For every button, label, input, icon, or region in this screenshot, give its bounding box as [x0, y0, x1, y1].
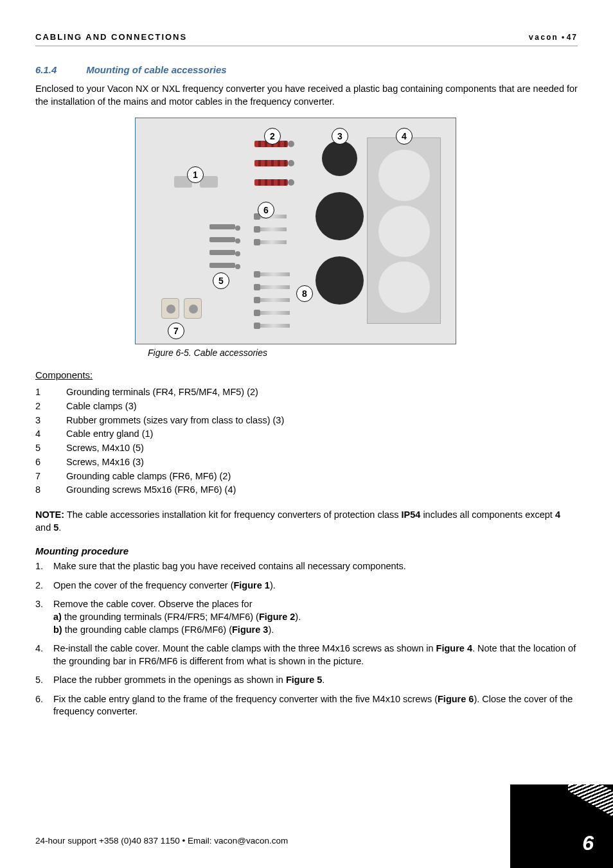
note-paragraph: NOTE: The cable accessories installation… — [35, 509, 578, 534]
callout-4: 4 — [396, 128, 413, 145]
procedure-list: 1.Make sure that the plastic bag you hav… — [35, 560, 578, 718]
figure-ref: Figure 2 — [259, 612, 295, 622]
intro-paragraph: Enclosed to your Vacon NX or NXL frequen… — [35, 83, 578, 108]
item-text: Grounding terminals (FR4, FR5/MF4, MF5) … — [66, 387, 258, 397]
step-text-b: ). — [270, 580, 276, 590]
list-item: 3Rubber grommets (sizes vary from class … — [35, 414, 578, 428]
step-num: 3. — [35, 598, 43, 611]
page-header: CABLING AND CONNECTIONS vacon • 47 — [35, 32, 578, 46]
sub-text: the grounding cable clamps (FR6/MF6) ( — [62, 624, 232, 635]
sub-end: ). — [295, 612, 301, 622]
item-num: 6 — [35, 456, 66, 470]
page-corner-graphic — [510, 784, 613, 868]
list-item: 7Grounding cable clamps (FR6, MF6) (2) — [35, 470, 578, 484]
list-item: 3.Remove the cable cover. Observe the pl… — [35, 598, 578, 636]
figure-ref: Figure 1 — [233, 580, 269, 590]
note-text-a: The cable accessories installation kit f… — [64, 509, 401, 520]
item-num: 7 — [35, 470, 66, 484]
callout-5: 5 — [213, 272, 229, 289]
list-item: 8Grounding screws M5x16 (FR6, MF6) (4) — [35, 483, 578, 497]
step-num: 4. — [35, 642, 43, 655]
page-number-top: 47 — [567, 33, 578, 42]
step-text-b: . — [322, 675, 324, 685]
rubber-grommet — [322, 141, 357, 176]
chapter-number: 6 — [582, 831, 594, 855]
note-bold-1: IP54 — [402, 509, 421, 520]
brand-name: vacon — [529, 33, 558, 42]
note-text-b: includes all components except — [420, 509, 555, 520]
item-num: 4 — [35, 427, 66, 441]
step-text: Fix the cable entry gland to the frame o… — [53, 694, 438, 704]
step-text: Open the cover of the frequency converte… — [53, 580, 233, 590]
figure-image: 1 2 3 4 5 6 7 8 — [135, 118, 456, 344]
procedure-heading: Mounting procedure — [35, 545, 578, 556]
plate-hole — [378, 150, 430, 201]
section-number: 6.1.4 — [35, 64, 84, 75]
list-item: 5Screws, M4x10 (5) — [35, 441, 578, 456]
plate-hole — [378, 261, 430, 313]
screw — [258, 240, 287, 244]
cable-entry-gland-plate — [367, 137, 441, 324]
item-text: Screws, M4x10 (5) — [66, 443, 144, 453]
callout-3: 3 — [332, 128, 348, 145]
list-item: 2.Open the cover of the frequency conver… — [35, 580, 578, 592]
step-text: Make sure that the plastic bag you have … — [53, 561, 406, 571]
item-text: Screws, M4x16 (3) — [66, 457, 144, 467]
screw — [258, 272, 290, 276]
components-heading: Components: — [35, 369, 578, 380]
step-num: 2. — [35, 580, 43, 592]
figure-caption: Figure 6-5. Cable accessories — [148, 348, 578, 358]
step-num: 6. — [35, 693, 43, 706]
figure-ref: Figure 5 — [286, 675, 322, 685]
section-heading: 6.1.4 Mounting of cable accessories — [35, 64, 578, 75]
grounding-cable-clamp — [161, 298, 179, 319]
note-label: NOTE: — [35, 509, 64, 520]
step-text: Place the rubber grommets in the opening… — [53, 675, 286, 685]
figure-block: 1 2 3 4 5 6 7 8 Figure 6-5. Cable access… — [35, 118, 578, 358]
corner-stripes-icon — [568, 784, 613, 817]
sub-end: ). — [268, 624, 274, 635]
note-text-c: and — [35, 522, 53, 533]
item-num: 5 — [35, 441, 66, 456]
small-clamp — [209, 263, 235, 268]
step-text: Re-install the cable cover. Mount the ca… — [53, 643, 436, 653]
list-item: 4Cable entry gland (1) — [35, 427, 578, 441]
list-item: 4.Re-install the cable cover. Mount the … — [35, 642, 578, 668]
screw — [258, 285, 290, 289]
grounding-cable-clamp — [184, 298, 202, 319]
section-title-text: Mounting of cable accessories — [86, 64, 226, 75]
note-text-d: . — [58, 522, 61, 533]
step-text: Remove the cable cover. Observe the plac… — [53, 599, 253, 609]
small-clamp — [209, 237, 235, 242]
substep-b: b) the grounding cable clamps (FR6/MF6) … — [53, 624, 578, 637]
list-item: 5.Place the rubber grommets in the openi… — [35, 674, 578, 687]
figure-ref: Figure 6 — [438, 694, 474, 704]
callout-8: 8 — [296, 285, 313, 302]
header-section-title: CABLING AND CONNECTIONS — [35, 32, 187, 42]
item-text: Cable clamps (3) — [66, 401, 137, 411]
screw — [258, 298, 290, 302]
plate-hole — [378, 206, 430, 257]
screw — [258, 311, 290, 315]
callout-7: 7 — [168, 323, 184, 339]
item-text: Grounding cable clamps (FR6, MF6) (2) — [66, 471, 231, 481]
callout-6: 6 — [258, 202, 274, 218]
components-list: 1Grounding terminals (FR4, FR5/MF4, MF5)… — [35, 385, 578, 497]
sub-label: b) — [53, 624, 62, 635]
step-num: 1. — [35, 560, 43, 573]
list-item: 6.Fix the cable entry gland to the frame… — [35, 693, 578, 718]
item-text: Rubber grommets (sizes vary from class t… — [66, 415, 284, 425]
screw — [258, 324, 290, 328]
item-num: 2 — [35, 400, 66, 414]
figure-ref: Figure 4 — [436, 643, 472, 653]
item-num: 3 — [35, 414, 66, 428]
separator-dot: • — [562, 33, 567, 42]
substep-a: a) the grounding terminals (FR4/FR5; MF4… — [53, 611, 578, 624]
item-num: 1 — [35, 385, 66, 400]
sub-text: the grounding terminals (FR4/FR5; MF4/MF… — [62, 612, 259, 622]
list-item: 2Cable clamps (3) — [35, 400, 578, 414]
callout-1: 1 — [187, 166, 204, 183]
note-bold-2: 4 — [555, 509, 560, 520]
item-text: Grounding screws M5x16 (FR6, MF6) (4) — [66, 484, 236, 495]
cable-clamp — [254, 179, 288, 186]
